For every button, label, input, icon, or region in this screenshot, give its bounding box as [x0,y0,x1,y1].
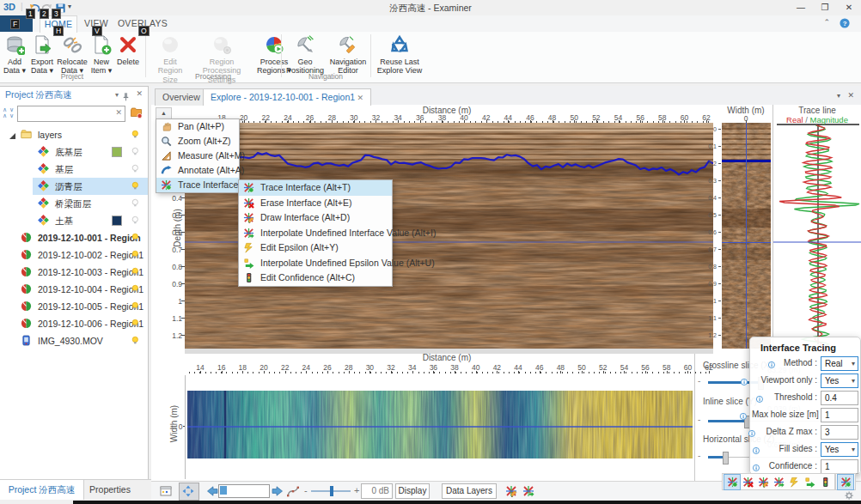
doc-close-icon[interactable]: ✕ [847,91,854,100]
tree-item-node-7[interactable]: 2019-12-10-002 - Region1 [0,246,148,264]
interpolate-epsilon-tool-button[interactable] [802,475,817,489]
interpolate-submenu-item[interactable]: Interpolate Undefined Interface Value (A… [239,226,392,241]
tree-item-node-10[interactable]: 2019-12-10-005 - Region1 [0,298,148,315]
top-axis-minor-tick [531,121,532,123]
display-button[interactable]: Display [395,483,430,499]
document-tab-explore[interactable]: Explore - 2019-12-10-001 - Region1 ✕ [203,88,371,106]
annotate-menu-item[interactable]: Annotate (Alt+A) [156,163,239,178]
interpolate-tool-button[interactable] [771,475,786,489]
visibility-bulb-on-icon[interactable] [131,130,141,142]
position-scrollbar[interactable] [218,484,270,498]
visibility-bulb-off-icon[interactable] [131,216,141,228]
position-scrollbar-thumb[interactable] [220,486,227,495]
epsilon-submenu-item[interactable]: Edit Epsilon (Alt+Y) [239,240,392,256]
tree-item-node-6[interactable]: 2019-12-10-001 - Region [0,229,148,246]
visibility-bulb-on-icon[interactable] [131,233,141,245]
tree-item-layer-4[interactable]: 桥梁面层 [0,195,148,212]
help-icon[interactable]: ? [840,17,851,33]
tree-item-node-11[interactable]: 2019-12-10-006 - Region1 [0,315,148,332]
gain-plus[interactable]: + [354,485,359,495]
visibility-bulb-off-icon[interactable] [131,147,141,159]
tree-item-node-8[interactable]: 2019-12-10-003 - Region1 [0,264,148,281]
pan-mode-button[interactable] [179,483,199,501]
close-button[interactable]: ✕ [837,0,861,15]
trace-interface-toggle-button[interactable] [838,475,853,489]
collapse-ribbon-icon[interactable]: ⌃ [823,18,830,27]
pan-menu-item[interactable]: Pan (Alt+P) [156,119,239,134]
input-max-hole-size-m[interactable]: 1 [821,408,858,422]
expand-all-icon[interactable]: ∨∨ [9,106,14,118]
visibility-bulb-off-icon[interactable] [131,164,141,176]
gain-minus[interactable]: - [304,485,308,495]
doc-dropdown-icon[interactable]: ▾ [837,92,840,100]
search-folder-icon[interactable] [130,106,143,122]
clear-search-icon[interactable]: ✕ [115,108,122,117]
input-threshold[interactable]: 0.4 [821,391,858,405]
dropdown-viewport-only[interactable]: Yes▾ [821,373,858,388]
visibility-bulb-on-icon[interactable] [131,250,141,262]
input-confidence[interactable]: 1 [821,459,858,474]
visibility-bulb-on-icon[interactable] [131,284,141,296]
dock-tab-properties[interactable]: Properties [83,480,137,500]
tree-item-node-9[interactable]: 2019-12-10-004 - Region1 [0,281,148,298]
input-delta-z-max[interactable]: 3 [821,425,858,440]
visibility-bulb-off-icon[interactable] [131,198,141,210]
measure-menu-item[interactable]: Measure (Alt+M) [156,149,239,163]
visibility-bulb-on-icon[interactable] [131,301,141,313]
zoom-menu-item[interactable]: Zoom (Alt+Z) [156,134,239,149]
gain-curve-icon[interactable] [287,485,299,501]
trace-tool-button[interactable] [724,475,740,489]
epsilon-tool-button[interactable] [786,475,802,489]
overview-grid-icon[interactable] [160,485,172,501]
step-back-icon[interactable] [206,485,218,501]
gain-value-input[interactable]: 0 dB [361,483,393,499]
tree-expander-icon[interactable] [9,131,16,142]
tree-search-input[interactable]: ✕ [17,106,125,122]
horizontal-slice-view[interactable] [187,391,693,458]
panel-dropdown-icon[interactable]: ▾ [115,91,119,99]
interpolate-interface-icon[interactable] [522,485,534,501]
trace-menu-item[interactable]: Trace Interface (Alt+T) [156,178,239,192]
erase-submenu-item[interactable]: Erase Interface (Alt+E) [239,196,392,211]
pin-icon[interactable] [121,90,131,106]
gain-slider-thumb[interactable] [330,486,333,496]
erase-tool-button[interactable] [740,475,755,489]
dropdown-method[interactable]: Real▾ [821,356,858,371]
slider-thumb-horizontal-slice-z-[interactable] [723,452,729,465]
dock-tab-project[interactable]: Project 汾西高速 [0,480,84,500]
visibility-bulb-on-icon[interactable] [131,181,141,193]
dropdown-fill-sides[interactable]: Yes▾ [821,442,858,457]
slider-minus-inline-slice-y-[interactable]: - [698,415,700,424]
slider-minus-horizontal-slice-z-[interactable]: - [698,451,700,460]
tree-item-node-0[interactable]: layers [0,126,148,143]
tree-item-layer-2[interactable]: 基层 [0,161,148,178]
ribbon-button-reuse-last-explore-view[interactable]: Reuse Last Explore View [372,33,427,78]
tree-item-layer-5[interactable]: 土基 [0,212,148,229]
draw-submenu-item[interactable]: Draw Interface (Alt+D) [239,210,392,226]
tree-item-layer-3[interactable]: 沥青层 [0,178,148,195]
tab-close-icon[interactable]: ✕ [355,94,363,102]
confidence-submenu-item[interactable]: Edit Confidence (Alt+C) [239,270,392,286]
draw-tool-button[interactable] [755,475,771,489]
collapse-all-icon[interactable]: ∧∧ [3,106,7,118]
step-forward-icon[interactable] [272,485,284,501]
draw-interface-icon[interactable] [505,485,517,501]
document-tab-overview[interactable]: Overview [155,88,208,106]
tree-item-layer-1[interactable]: 底基层 [0,143,148,161]
panel-close-icon[interactable]: ✕ [136,89,143,98]
interpolate-epsilon-submenu-item[interactable]: Interpolate Undefined Epsilon Value (Alt… [239,256,392,271]
visibility-bulb-on-icon[interactable] [131,336,141,348]
trace-submenu-item[interactable]: Trace Interface (Alt+T) [239,180,392,196]
visibility-bulb-on-icon[interactable] [131,267,141,279]
tree-item-node-12[interactable]: IMG_4930.MOV [0,332,148,349]
data-layers-button[interactable]: Data Layers [442,483,497,499]
maximize-button[interactable]: ❐ [813,0,837,15]
layer-color-chip[interactable] [113,216,121,225]
visibility-bulb-on-icon[interactable] [131,319,141,331]
crossline-slice-view[interactable] [722,123,771,349]
slider-minus-crossline-slice-x-[interactable]: - [698,376,700,386]
minimize-button[interactable]: — [789,0,813,15]
keytip-quick-2: 2 [40,9,49,19]
confidence-tool-button[interactable] [817,475,833,489]
layer-color-chip[interactable] [113,148,121,156]
